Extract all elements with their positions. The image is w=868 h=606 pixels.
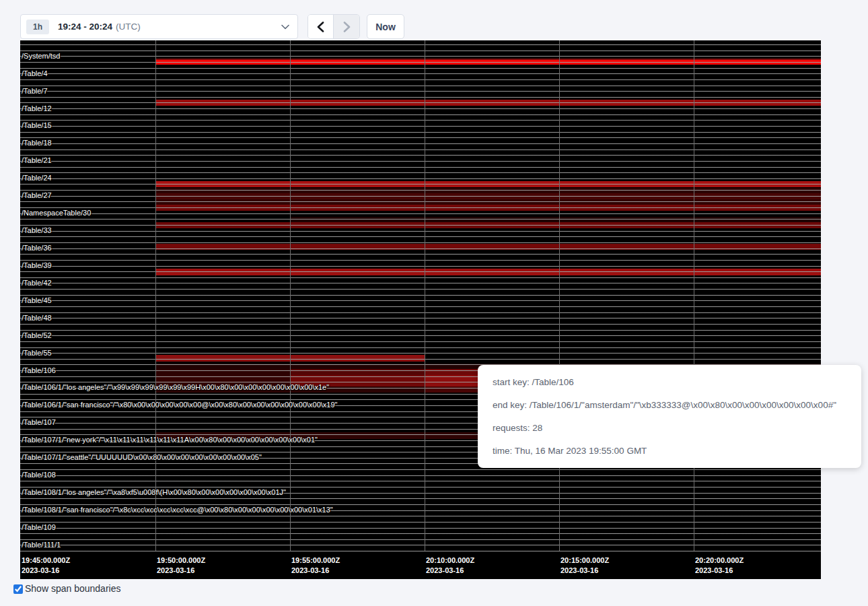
key-visualizer[interactable]: /System/tsd/Table/4/Table/7/Table/12/Tab… xyxy=(20,40,821,579)
tooltip-time: time: Thu, 16 Mar 2023 19:55:00 GMT xyxy=(493,446,846,456)
span-label: /Table/24 xyxy=(22,174,52,182)
span-label: /Table/4 xyxy=(22,69,48,77)
now-button[interactable]: Now xyxy=(367,14,404,39)
span-label: /Table/55 xyxy=(22,349,52,357)
span-label: /Table/21 xyxy=(22,156,52,164)
vertical-gridline xyxy=(694,40,694,551)
span-label: /Table/108/1/"los angeles"/"\xa8\xf5\u00… xyxy=(22,488,286,496)
span-label: /Table/109 xyxy=(22,523,56,531)
span-label: /Table/39 xyxy=(22,261,52,269)
span-label: /NamespaceTable/30 xyxy=(22,209,91,217)
heatmap-grid[interactable]: /System/tsd/Table/4/Table/7/Table/12/Tab… xyxy=(20,40,821,553)
time-tick-label: 19:50:00.000Z2023-03-16 xyxy=(157,556,205,576)
time-tick-label: 19:45:00.000Z2023-03-16 xyxy=(22,556,70,576)
span-label: /Table/106/1/"san francisco"/"\x80\x00\x… xyxy=(22,401,338,409)
time-tick-label: 19:55:00.000Z2023-03-16 xyxy=(291,556,340,576)
span-label: /Table/108 xyxy=(22,471,56,479)
time-tick-label: 20:15:00.000Z2023-03-16 xyxy=(560,556,609,576)
prev-interval-button[interactable] xyxy=(308,15,334,38)
chevron-down-icon xyxy=(281,24,289,30)
span-label: /Table/7 xyxy=(22,87,48,95)
range-text: 19:24 - 20:24 xyxy=(58,22,112,32)
span-label: /Table/45 xyxy=(22,296,52,304)
time-toolbar: 1h 19:24 - 20:24 (UTC) Now xyxy=(0,0,868,40)
horizontal-gridlines xyxy=(20,44,821,553)
range-timezone: (UTC) xyxy=(116,22,141,32)
span-label: /Table/106/1/"los angeles"/"\x99\x99\x99… xyxy=(22,383,329,391)
span-label: /Table/48 xyxy=(22,314,52,322)
span-label: /Table/107 xyxy=(22,418,56,426)
range-preset-badge: 1h xyxy=(26,20,49,34)
span-label: /Table/111/1 xyxy=(22,541,61,549)
time-tick-label: 20:20:00.000Z2023-03-16 xyxy=(695,556,744,576)
vertical-gridline xyxy=(155,40,156,551)
vertical-gridline xyxy=(559,40,560,551)
span-label: /Table/52 xyxy=(22,331,52,339)
span-label: /Table/33 xyxy=(22,226,52,234)
span-label: /Table/42 xyxy=(22,279,52,287)
span-label: /Table/12 xyxy=(22,104,52,112)
span-label: /Table/106 xyxy=(22,366,56,374)
span-label: /Table/108/1/"san francisco"/"\x8c\xcc\x… xyxy=(22,506,333,514)
time-range-selector[interactable]: 1h 19:24 - 20:24 (UTC) xyxy=(20,14,298,39)
span-label: /Table/27 xyxy=(22,191,52,199)
time-nav-arrows xyxy=(308,14,360,39)
time-axis: 19:45:00.000Z2023-03-1619:50:00.000Z2023… xyxy=(20,553,821,579)
tooltip-requests: requests: 28 xyxy=(493,423,846,433)
span-label: /Table/107/1/"new york"/"\x11\x11\x11\x1… xyxy=(22,436,318,444)
next-interval-button-disabled[interactable] xyxy=(334,15,359,38)
span-boundaries-row: Show span boundaries xyxy=(13,583,120,594)
vertical-gridline xyxy=(425,40,425,551)
span-label: /System/tsd xyxy=(22,52,60,60)
span-label: /Table/18 xyxy=(22,139,52,147)
tooltip-start-key: start key: /Table/106 xyxy=(493,377,846,387)
time-tick-label: 20:10:00.000Z2023-03-16 xyxy=(426,556,474,576)
key-visualizer-page: 1h 19:24 - 20:24 (UTC) Now /System/tsd/T… xyxy=(0,0,868,606)
vertical-gridline xyxy=(290,40,291,551)
hover-tooltip: start key: /Table/106 end key: /Table/10… xyxy=(478,365,861,468)
show-span-boundaries-checkbox[interactable] xyxy=(13,584,23,594)
tooltip-end-key: end key: /Table/106/1/"amsterdam"/"\xb33… xyxy=(493,400,846,410)
show-span-boundaries-label: Show span boundaries xyxy=(25,583,120,594)
span-label: /Table/15 xyxy=(22,121,52,129)
span-label: /Table/107/1/"seattle"/"UUUUUUD\x00\x80\… xyxy=(22,453,262,461)
span-label: /Table/36 xyxy=(22,244,52,252)
